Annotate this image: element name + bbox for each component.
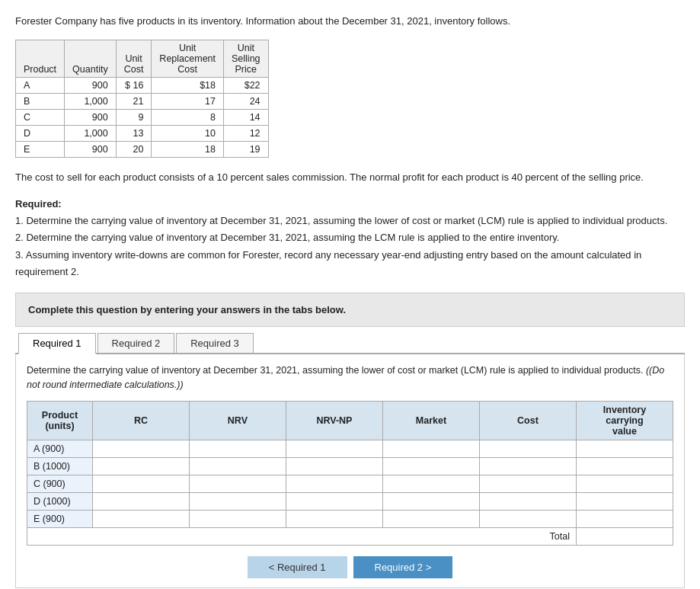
lcm-input-market[interactable] [401,443,462,454]
lcm-input-cost[interactable] [497,496,558,507]
lcm-cell-market[interactable] [382,475,479,493]
lcm-cell-inventory[interactable] [576,511,673,528]
col-quantity: Quantity [65,40,117,77]
total-row: Total [27,528,673,546]
lcm-table: Product(units) RC NRV NRV-NP Market Cost… [27,401,673,546]
lcm-cell-cost[interactable] [479,511,576,528]
lcm-cell-nrv_np[interactable] [286,475,382,493]
lcm-cell-nrv[interactable] [189,458,286,475]
inventory-cell-unit_cost: 13 [116,125,152,141]
lcm-input-market[interactable] [401,479,462,489]
inventory-row: E900201819 [16,141,269,157]
total-value[interactable] [576,528,673,546]
lcm-row: E (900) [27,511,673,528]
inventory-row: C9009814 [16,109,269,125]
lcm-input-nrv_np[interactable] [304,443,365,454]
lcm-input-nrv_np[interactable] [304,496,365,507]
lcm-cell-rc[interactable] [92,440,189,458]
inventory-cell-product: C [16,109,65,125]
lcm-input-market[interactable] [401,514,462,524]
lcm-input-nrv_np[interactable] [304,514,365,524]
total-input[interactable] [594,531,655,542]
lcm-cell-nrv[interactable] [189,493,286,511]
lcm-input-inventory[interactable] [594,443,655,454]
complete-text: Complete this question by entering your … [28,304,346,315]
lcm-col-product: Product(units) [27,402,93,440]
lcm-input-nrv[interactable] [207,443,268,454]
lcm-cell-rc[interactable] [92,493,189,511]
lcm-row: B (1000) [27,458,673,475]
lcm-cell-inventory[interactable] [576,475,673,493]
col-replacement-cost: UnitReplacementCost [152,40,224,77]
lcm-input-rc[interactable] [110,496,171,507]
inventory-cell-replacement_cost: 8 [152,109,224,125]
lcm-input-market[interactable] [401,461,462,472]
lcm-cell-cost[interactable] [479,440,576,458]
lcm-input-cost[interactable] [497,461,558,472]
lcm-cell-rc[interactable] [92,458,189,475]
tab-required-2[interactable]: Required 2 [97,333,175,353]
required-title: Required: [15,198,62,210]
required-item: 3. Assuming inventory write-downs are co… [15,247,685,280]
lcm-cell-market[interactable] [382,458,479,475]
lcm-input-inventory[interactable] [594,461,655,472]
inventory-row: B1,000211724 [16,93,269,109]
inventory-row: A900$ 16$18$22 [16,77,269,93]
lcm-input-cost[interactable] [497,514,558,524]
lcm-cell-nrv_np[interactable] [286,458,382,475]
lcm-input-market[interactable] [401,496,462,507]
lcm-input-rc[interactable] [110,461,171,472]
lcm-input-nrv_np[interactable] [304,461,365,472]
next-button[interactable]: Required 2 > [353,556,453,578]
lcm-product-label: E (900) [27,511,93,528]
lcm-cell-market[interactable] [382,493,479,511]
lcm-cell-rc[interactable] [92,475,189,493]
lcm-cell-inventory[interactable] [576,493,673,511]
lcm-cell-nrv_np[interactable] [286,440,382,458]
tab-required-1[interactable]: Required 1 [18,333,96,354]
tab-required-3[interactable]: Required 3 [176,333,254,353]
lcm-cell-market[interactable] [382,440,479,458]
inventory-cell-unit_cost: 9 [116,109,152,125]
lcm-cell-cost[interactable] [479,458,576,475]
lcm-input-cost[interactable] [497,443,558,454]
inventory-cell-selling_price: $22 [224,77,269,93]
lcm-cell-rc[interactable] [92,511,189,528]
lcm-cell-nrv[interactable] [189,440,286,458]
lcm-input-cost[interactable] [497,479,558,489]
inventory-cell-quantity: 900 [65,77,117,93]
lcm-input-nrv[interactable] [207,496,268,507]
lcm-cell-market[interactable] [382,511,479,528]
lcm-input-rc[interactable] [110,479,171,489]
inventory-cell-unit_cost: $ 16 [116,77,152,93]
lcm-input-rc[interactable] [110,514,171,524]
tab1-instruction-main: Determine the carrying value of inventor… [27,365,643,376]
lcm-cell-cost[interactable] [479,475,576,493]
col-selling-price: UnitSellingPrice [224,40,269,77]
lcm-input-rc[interactable] [110,443,171,454]
lcm-cell-nrv_np[interactable] [286,493,382,511]
lcm-cell-inventory[interactable] [576,458,673,475]
lcm-input-inventory[interactable] [594,496,655,507]
inventory-cell-quantity: 1,000 [65,125,117,141]
lcm-cell-nrv[interactable] [189,511,286,528]
inventory-cell-product: B [16,93,65,109]
lcm-input-inventory[interactable] [594,479,655,489]
lcm-cell-inventory[interactable] [576,440,673,458]
lcm-col-nrv: NRV [189,402,286,440]
lcm-cell-nrv[interactable] [189,475,286,493]
lcm-input-nrv[interactable] [207,461,268,472]
lcm-cell-nrv_np[interactable] [286,511,382,528]
lcm-product-label: D (1000) [27,493,93,511]
lcm-cell-cost[interactable] [479,493,576,511]
lcm-col-nrvnp: NRV-NP [286,402,382,440]
prev-button[interactable]: < Required 1 [248,556,347,578]
lcm-input-inventory[interactable] [594,514,655,524]
lcm-input-nrv[interactable] [207,514,268,524]
lcm-input-nrv[interactable] [207,479,268,489]
lcm-row: A (900) [27,440,673,458]
lcm-input-nrv_np[interactable] [304,479,365,489]
inventory-cell-unit_cost: 20 [116,141,152,157]
lcm-product-label: A (900) [27,440,93,458]
nav-buttons: < Required 1 Required 2 > [27,556,673,578]
